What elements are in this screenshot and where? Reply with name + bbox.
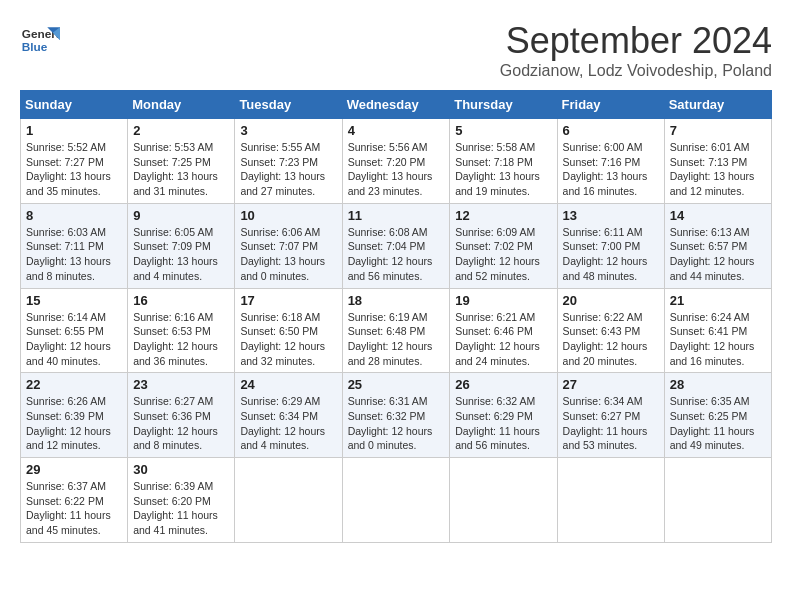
logo-icon: General Blue — [20, 20, 60, 60]
day-number: 10 — [240, 208, 336, 223]
month-year-title: September 2024 — [500, 20, 772, 62]
day-number: 22 — [26, 377, 122, 392]
day-number: 24 — [240, 377, 336, 392]
weekday-header-row: SundayMondayTuesdayWednesdayThursdayFrid… — [21, 91, 772, 119]
day-info: Sunrise: 6:14 AM Sunset: 6:55 PM Dayligh… — [26, 310, 122, 369]
location-subtitle: Godzianow, Lodz Voivodeship, Poland — [500, 62, 772, 80]
day-info: Sunrise: 5:53 AM Sunset: 7:25 PM Dayligh… — [133, 140, 229, 199]
day-info: Sunrise: 5:55 AM Sunset: 7:23 PM Dayligh… — [240, 140, 336, 199]
day-info: Sunrise: 6:03 AM Sunset: 7:11 PM Dayligh… — [26, 225, 122, 284]
calendar-body: 1Sunrise: 5:52 AM Sunset: 7:27 PM Daylig… — [21, 119, 772, 543]
weekday-header-wednesday: Wednesday — [342, 91, 450, 119]
day-info: Sunrise: 5:56 AM Sunset: 7:20 PM Dayligh… — [348, 140, 445, 199]
day-info: Sunrise: 6:37 AM Sunset: 6:22 PM Dayligh… — [26, 479, 122, 538]
day-number: 6 — [563, 123, 659, 138]
day-number: 12 — [455, 208, 551, 223]
calendar-cell: 1Sunrise: 5:52 AM Sunset: 7:27 PM Daylig… — [21, 119, 128, 204]
calendar-cell: 10Sunrise: 6:06 AM Sunset: 7:07 PM Dayli… — [235, 203, 342, 288]
day-info: Sunrise: 6:35 AM Sunset: 6:25 PM Dayligh… — [670, 394, 766, 453]
day-number: 19 — [455, 293, 551, 308]
day-info: Sunrise: 6:08 AM Sunset: 7:04 PM Dayligh… — [348, 225, 445, 284]
day-info: Sunrise: 6:19 AM Sunset: 6:48 PM Dayligh… — [348, 310, 445, 369]
calendar-cell: 28Sunrise: 6:35 AM Sunset: 6:25 PM Dayli… — [664, 373, 771, 458]
weekday-header-monday: Monday — [128, 91, 235, 119]
day-info: Sunrise: 6:31 AM Sunset: 6:32 PM Dayligh… — [348, 394, 445, 453]
day-info: Sunrise: 6:39 AM Sunset: 6:20 PM Dayligh… — [133, 479, 229, 538]
svg-text:Blue: Blue — [22, 40, 48, 54]
day-info: Sunrise: 6:13 AM Sunset: 6:57 PM Dayligh… — [670, 225, 766, 284]
day-number: 13 — [563, 208, 659, 223]
page-header: General Blue September 2024 Godzianow, L… — [20, 20, 772, 80]
calendar-cell — [450, 458, 557, 543]
calendar-cell — [342, 458, 450, 543]
calendar-cell: 22Sunrise: 6:26 AM Sunset: 6:39 PM Dayli… — [21, 373, 128, 458]
day-info: Sunrise: 6:21 AM Sunset: 6:46 PM Dayligh… — [455, 310, 551, 369]
calendar-cell: 15Sunrise: 6:14 AM Sunset: 6:55 PM Dayli… — [21, 288, 128, 373]
day-number: 14 — [670, 208, 766, 223]
day-info: Sunrise: 6:16 AM Sunset: 6:53 PM Dayligh… — [133, 310, 229, 369]
calendar-cell: 2Sunrise: 5:53 AM Sunset: 7:25 PM Daylig… — [128, 119, 235, 204]
day-info: Sunrise: 6:24 AM Sunset: 6:41 PM Dayligh… — [670, 310, 766, 369]
calendar-cell: 20Sunrise: 6:22 AM Sunset: 6:43 PM Dayli… — [557, 288, 664, 373]
calendar-cell: 30Sunrise: 6:39 AM Sunset: 6:20 PM Dayli… — [128, 458, 235, 543]
weekday-header-thursday: Thursday — [450, 91, 557, 119]
day-number: 9 — [133, 208, 229, 223]
day-number: 4 — [348, 123, 445, 138]
calendar-week-row: 22Sunrise: 6:26 AM Sunset: 6:39 PM Dayli… — [21, 373, 772, 458]
day-number: 26 — [455, 377, 551, 392]
weekday-header-saturday: Saturday — [664, 91, 771, 119]
day-number: 29 — [26, 462, 122, 477]
day-number: 5 — [455, 123, 551, 138]
day-info: Sunrise: 6:05 AM Sunset: 7:09 PM Dayligh… — [133, 225, 229, 284]
weekday-header-friday: Friday — [557, 91, 664, 119]
calendar-cell: 17Sunrise: 6:18 AM Sunset: 6:50 PM Dayli… — [235, 288, 342, 373]
calendar-cell — [557, 458, 664, 543]
day-number: 21 — [670, 293, 766, 308]
calendar-cell: 29Sunrise: 6:37 AM Sunset: 6:22 PM Dayli… — [21, 458, 128, 543]
calendar-cell: 7Sunrise: 6:01 AM Sunset: 7:13 PM Daylig… — [664, 119, 771, 204]
day-number: 25 — [348, 377, 445, 392]
calendar-week-row: 8Sunrise: 6:03 AM Sunset: 7:11 PM Daylig… — [21, 203, 772, 288]
day-info: Sunrise: 6:01 AM Sunset: 7:13 PM Dayligh… — [670, 140, 766, 199]
day-number: 11 — [348, 208, 445, 223]
day-number: 16 — [133, 293, 229, 308]
calendar-cell: 3Sunrise: 5:55 AM Sunset: 7:23 PM Daylig… — [235, 119, 342, 204]
day-number: 23 — [133, 377, 229, 392]
day-number: 1 — [26, 123, 122, 138]
calendar-cell: 14Sunrise: 6:13 AM Sunset: 6:57 PM Dayli… — [664, 203, 771, 288]
calendar-week-row: 15Sunrise: 6:14 AM Sunset: 6:55 PM Dayli… — [21, 288, 772, 373]
day-number: 18 — [348, 293, 445, 308]
day-number: 20 — [563, 293, 659, 308]
title-block: September 2024 Godzianow, Lodz Voivodesh… — [500, 20, 772, 80]
day-info: Sunrise: 5:52 AM Sunset: 7:27 PM Dayligh… — [26, 140, 122, 199]
day-number: 8 — [26, 208, 122, 223]
day-number: 7 — [670, 123, 766, 138]
calendar-cell — [664, 458, 771, 543]
day-info: Sunrise: 6:06 AM Sunset: 7:07 PM Dayligh… — [240, 225, 336, 284]
calendar-cell: 25Sunrise: 6:31 AM Sunset: 6:32 PM Dayli… — [342, 373, 450, 458]
calendar-table: SundayMondayTuesdayWednesdayThursdayFrid… — [20, 90, 772, 543]
day-info: Sunrise: 6:32 AM Sunset: 6:29 PM Dayligh… — [455, 394, 551, 453]
day-info: Sunrise: 6:29 AM Sunset: 6:34 PM Dayligh… — [240, 394, 336, 453]
calendar-week-row: 1Sunrise: 5:52 AM Sunset: 7:27 PM Daylig… — [21, 119, 772, 204]
day-number: 17 — [240, 293, 336, 308]
day-info: Sunrise: 6:27 AM Sunset: 6:36 PM Dayligh… — [133, 394, 229, 453]
day-info: Sunrise: 6:22 AM Sunset: 6:43 PM Dayligh… — [563, 310, 659, 369]
calendar-cell: 16Sunrise: 6:16 AM Sunset: 6:53 PM Dayli… — [128, 288, 235, 373]
day-number: 30 — [133, 462, 229, 477]
calendar-cell: 11Sunrise: 6:08 AM Sunset: 7:04 PM Dayli… — [342, 203, 450, 288]
calendar-cell: 5Sunrise: 5:58 AM Sunset: 7:18 PM Daylig… — [450, 119, 557, 204]
calendar-cell: 24Sunrise: 6:29 AM Sunset: 6:34 PM Dayli… — [235, 373, 342, 458]
calendar-cell — [235, 458, 342, 543]
day-number: 2 — [133, 123, 229, 138]
calendar-week-row: 29Sunrise: 6:37 AM Sunset: 6:22 PM Dayli… — [21, 458, 772, 543]
day-number: 27 — [563, 377, 659, 392]
calendar-cell: 19Sunrise: 6:21 AM Sunset: 6:46 PM Dayli… — [450, 288, 557, 373]
day-info: Sunrise: 6:00 AM Sunset: 7:16 PM Dayligh… — [563, 140, 659, 199]
calendar-cell: 26Sunrise: 6:32 AM Sunset: 6:29 PM Dayli… — [450, 373, 557, 458]
calendar-cell: 4Sunrise: 5:56 AM Sunset: 7:20 PM Daylig… — [342, 119, 450, 204]
day-info: Sunrise: 6:26 AM Sunset: 6:39 PM Dayligh… — [26, 394, 122, 453]
day-info: Sunrise: 6:09 AM Sunset: 7:02 PM Dayligh… — [455, 225, 551, 284]
day-info: Sunrise: 5:58 AM Sunset: 7:18 PM Dayligh… — [455, 140, 551, 199]
weekday-header-sunday: Sunday — [21, 91, 128, 119]
